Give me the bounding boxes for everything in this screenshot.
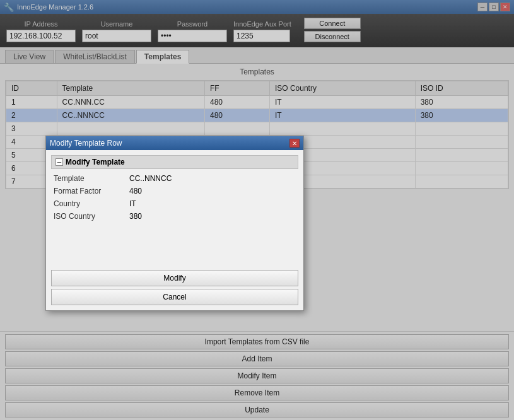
- modal-section-header: ─ Modify Template: [51, 155, 298, 169]
- modal-field-label: Template: [54, 174, 129, 183]
- modal-field-row: TemplateCC..NNNCC: [54, 174, 296, 183]
- modal-field-value: 480: [129, 187, 142, 195]
- app-window: 🔧 InnoEdge Manager 1.2.6 ─ □ ✕ IP Addres…: [0, 0, 514, 420]
- modify-template-dialog: Modify Template Row ✕ ─ Modify Template …: [45, 136, 304, 311]
- modal-cancel-button[interactable]: Cancel: [51, 289, 298, 305]
- modal-modify-button[interactable]: Modify: [51, 270, 298, 286]
- modal-close-button[interactable]: ✕: [289, 139, 300, 148]
- modal-title: Modify Template Row: [50, 139, 122, 148]
- modal-buttons: Modify Cancel: [46, 267, 303, 310]
- modal-field-row: Format Factor480: [54, 187, 296, 195]
- modal-field-value: CC..NNNCC: [129, 174, 172, 183]
- modal-section-icon: ─: [55, 158, 63, 166]
- modal-field-row: ISO Country380: [54, 212, 296, 221]
- modal-field-row: CountryIT: [54, 199, 296, 208]
- modal-titlebar: Modify Template Row ✕: [46, 136, 303, 150]
- modal-field-label: Format Factor: [54, 187, 129, 195]
- modal-body: ─ Modify Template TemplateCC..NNNCCForma…: [46, 150, 303, 267]
- modal-overlay: Modify Template Row ✕ ─ Modify Template …: [0, 0, 514, 420]
- modal-field-label: Country: [54, 199, 129, 208]
- modal-section-label: Modify Template: [66, 158, 125, 166]
- modal-spacer: [51, 225, 298, 262]
- modal-field-label: ISO Country: [54, 212, 129, 221]
- modal-field-value: 380: [129, 212, 142, 221]
- modal-field-value: IT: [129, 199, 136, 208]
- modal-fields: TemplateCC..NNNCCFormat Factor480Country…: [51, 174, 298, 221]
